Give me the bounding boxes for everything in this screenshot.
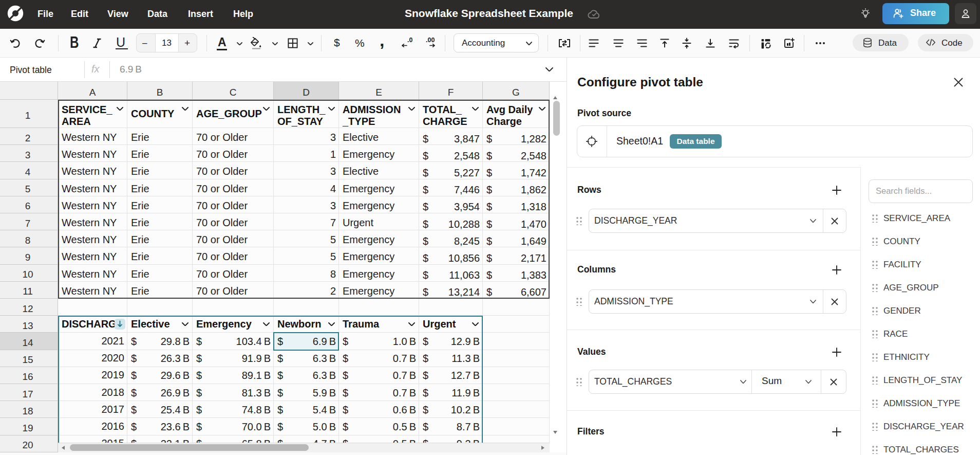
svg-text:.0: .0 — [407, 37, 412, 44]
svg-text:.00: .00 — [426, 37, 435, 44]
